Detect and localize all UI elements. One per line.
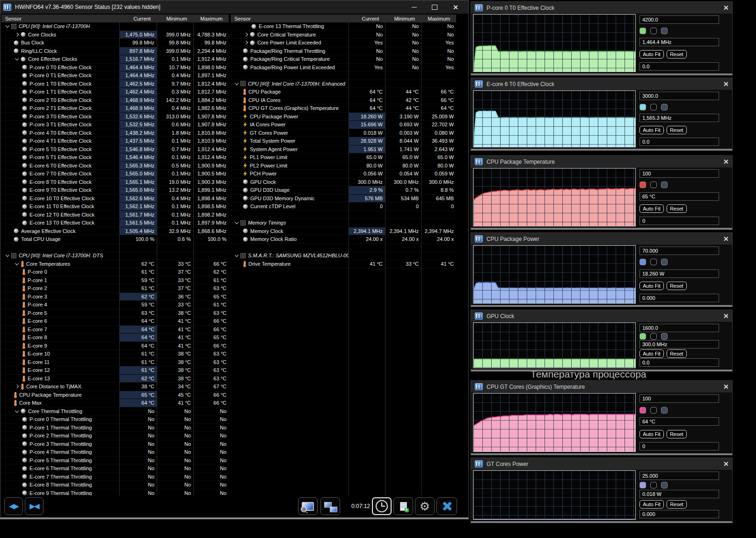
sensor-row[interactable]: Package/Ring Critical TemperatureNoNoNo: [231, 55, 456, 64]
sensor-row[interactable]: P-core 3 Thermal ThrottlingNoNoNo: [1, 440, 229, 449]
sensor-row[interactable]: E-core 1161 °C38 °C63 °C: [1, 358, 229, 367]
sensor-row[interactable]: Core Effective Clocks1,516.7 MHz0.1 MHz1…: [1, 55, 229, 64]
sensor-row[interactable]: Total CPU Usage100.0 %0.6 %100.0 %: [1, 235, 229, 244]
y-axis-max-field[interactable]: 3000.0: [640, 92, 719, 100]
close-icon[interactable]: [723, 384, 728, 389]
column-header-minimum[interactable]: Minimum: [381, 16, 417, 22]
sensor-row[interactable]: E-core 8 T0 Effective Clock1,565.1 MHz19…: [1, 178, 229, 187]
background-color-button[interactable]: [650, 182, 657, 188]
background-color-button[interactable]: [650, 259, 657, 265]
sensor-row[interactable]: E-core 6 T0 Effective Clock1,565.3 MHz0.…: [1, 162, 229, 170]
sensor-row[interactable]: E-core 864 °C41 °C65 °C: [1, 334, 229, 342]
reset-button[interactable]: Reset: [667, 349, 687, 358]
sensor-row[interactable]: E-core 7 Thermal ThrottlingNoNoNo: [1, 473, 229, 481]
graph-titlebar[interactable]: CPU Package Temperature: [471, 156, 732, 167]
sensor-row[interactable]: E-core 9 Thermal ThrottlingNoNoNo: [1, 489, 229, 496]
sensor-row[interactable]: E-core 7 T0 Effective Clock1,565.0 MHz0.…: [1, 170, 229, 178]
sensor-row[interactable]: Core Critical TemperatureNoNoNo: [231, 31, 456, 39]
background-color-button[interactable]: [650, 407, 657, 414]
graph-color-button[interactable]: [640, 182, 646, 188]
sensor-row[interactable]: P-core 4 Thermal ThrottlingNoNoNo: [1, 448, 229, 457]
sensor-row[interactable]: E-core 1061 °C38 °C63 °C: [1, 350, 229, 358]
sensor-row[interactable]: Memory Clock Ratio24.00 x24.00 x24.00 x: [231, 235, 456, 244]
sensor-row[interactable]: Package/Ring Power Limit ExceededYesNoYe…: [231, 64, 456, 72]
grid-color-button[interactable]: [661, 407, 668, 414]
reset-button[interactable]: Reset: [667, 204, 687, 213]
grid-color-button[interactable]: [661, 182, 668, 188]
collapse-columns-button[interactable]: ▶◀: [25, 497, 44, 515]
sensor-row[interactable]: GT Cores Power0.018 W0.003 W0.080 W: [231, 129, 456, 138]
column-header-sensor[interactable]: Sensor: [1, 16, 116, 22]
graph-plot-area[interactable]: [473, 14, 636, 72]
sensor-row[interactable]: GPU Clock300.0 MHz300.0 MHz300.0 MHz: [231, 178, 456, 187]
sensor-row[interactable]: Core Power Limit ExceededYesNoYes: [231, 39, 456, 47]
sensor-row[interactable]: P-core 2 Thermal ThrottlingNoNoNo: [1, 432, 229, 440]
sensor-row[interactable]: Core Max64 °C41 °C66 °C: [1, 399, 229, 407]
sensor-row[interactable]: CPU [#0]: Intel Core i7-13700H: Enhanced: [231, 80, 456, 88]
chevron-down-icon[interactable]: [14, 57, 21, 61]
sensor-row[interactable]: E-core 664 °C41 °C66 °C: [1, 317, 229, 326]
y-axis-max-field[interactable]: 25.000: [640, 472, 719, 480]
y-axis-max-field[interactable]: 100: [640, 394, 719, 403]
sensor-row[interactable]: P-core 2 T0 Effective Clock1,468.9 MHz14…: [1, 96, 229, 105]
sensor-row[interactable]: Ring/LLC Clock897.8 MHz399.0 MHz2,294.4 …: [1, 47, 229, 56]
sensor-row[interactable]: Core Clocks1,475.0 MHz399.0 MHz4,788.3 M…: [1, 31, 229, 39]
system-summary-button[interactable]: [298, 497, 318, 515]
graph-titlebar[interactable]: GT Cores Power: [471, 458, 732, 470]
sensor-row[interactable]: P-core 0 Thermal ThrottlingNoNoNo: [1, 415, 229, 424]
grid-color-button[interactable]: [661, 259, 668, 265]
sensor-row[interactable]: GPU D3D Usage2.9 %0.7 %8.8 %: [231, 186, 456, 195]
sensor-row[interactable]: E-core 1261 °C38 °C63 °C: [1, 366, 229, 375]
close-icon[interactable]: [723, 81, 728, 87]
sensor-row[interactable]: Average Effective Clock1,505.4 MHz32.9 M…: [1, 227, 229, 236]
sensor-row[interactable]: CPU Package Power18.260 W3.190 W25.009 W: [231, 113, 456, 121]
sensor-row[interactable]: PCH Power0.056 W0.054 W0.059 W: [231, 170, 456, 178]
close-icon[interactable]: [723, 159, 728, 164]
y-axis-min-field[interactable]: 0: [640, 442, 719, 451]
auto-fit-button[interactable]: Auto Fit: [640, 204, 664, 213]
sensor-row[interactable]: E-core 1362 °C38 °C63 °C: [1, 375, 229, 383]
sensor-row[interactable]: P-core 3 T0 Effective Clock1,532.6 MHz31…: [1, 113, 229, 121]
column-header-current[interactable]: Current: [116, 16, 153, 22]
close-icon[interactable]: [723, 461, 728, 466]
sensor-row[interactable]: S.M.A.R.T.: SAMSUNG MZVL4512HBLU-00...: [231, 252, 456, 260]
graph-plot-area[interactable]: [473, 470, 636, 520]
background-color-button[interactable]: [650, 482, 657, 488]
sensor-row[interactable]: Core Thermal ThrottlingNoNoNo: [1, 407, 229, 416]
grid-color-button[interactable]: [661, 482, 668, 488]
sensor-row[interactable]: Bus Clock99.8 MHz99.8 MHz99.8 MHz: [1, 39, 229, 47]
sensor-row[interactable]: E-core 8 Thermal ThrottlingNoNoNo: [1, 481, 229, 489]
sensor-row[interactable]: Current cTDP Level000: [231, 203, 456, 211]
chevron-right-icon[interactable]: [243, 40, 250, 45]
sensor-row[interactable]: Core Distance to TjMAX38 °C34 °C67 °C: [1, 383, 229, 391]
close-icon[interactable]: [723, 313, 728, 319]
sensor-row[interactable]: P-core 5 T0 Effective Clock1,546.8 MHz0.…: [1, 145, 229, 154]
sensor-row[interactable]: E-core 964 °C41 °C66 °C: [1, 342, 229, 350]
reset-button[interactable]: Reset: [667, 126, 687, 134]
sensor-row[interactable]: CPU IA Cores64 °C42 °C66 °C: [231, 96, 456, 105]
graph-color-button[interactable]: [640, 28, 646, 34]
y-axis-max-field[interactable]: 4200.0: [640, 15, 719, 24]
graph-titlebar[interactable]: CPU Package Power: [471, 233, 732, 245]
close-icon[interactable]: [723, 5, 728, 10]
background-color-button[interactable]: [650, 104, 657, 110]
sensor-row[interactable]: CPU Package Temperature65 °C45 °C66 °C: [1, 391, 229, 400]
graph-titlebar[interactable]: CPU GT Cores (Graphics) Temperature: [471, 381, 732, 393]
sensor-row[interactable]: PL1 Power Limit65.0 W65.0 W65.0 W: [231, 153, 456, 162]
expand-columns-button[interactable]: ◀▶: [4, 497, 23, 515]
sensor-row[interactable]: P-core 0 T0 Effective Clock1,464.4 MHz10…: [1, 64, 229, 72]
close-sensors-button[interactable]: [436, 497, 457, 515]
sensor-row[interactable]: CPU [#0]: Intel Core i7-13700H: [1, 22, 229, 31]
y-axis-min-field[interactable]: 0.000: [640, 294, 719, 302]
auto-fit-button[interactable]: Auto Fit: [640, 430, 664, 438]
close-icon[interactable]: [723, 236, 728, 241]
minimize-button[interactable]: [404, 1, 424, 13]
chevron-right-icon[interactable]: [14, 32, 21, 37]
auto-fit-button[interactable]: Auto Fit: [640, 500, 664, 509]
y-axis-min-field[interactable]: 0.0: [640, 358, 719, 367]
graph-plot-area[interactable]: [473, 245, 636, 304]
graph-color-button[interactable]: [640, 333, 646, 340]
graph-titlebar[interactable]: P-core 0 T0 Effective Clock: [471, 2, 732, 14]
chevron-down-icon[interactable]: [233, 220, 240, 225]
close-button[interactable]: [445, 1, 465, 13]
